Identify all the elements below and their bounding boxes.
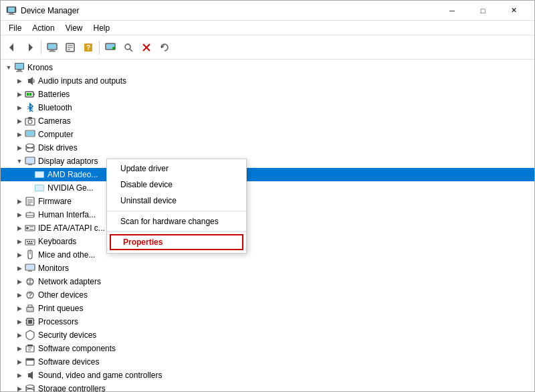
list-item[interactable]: ▶ Firmware xyxy=(1,195,534,208)
expand-ide[interactable]: ▶ xyxy=(14,221,25,235)
list-item[interactable]: ▶ Storage controllers xyxy=(1,382,534,391)
ctx-disable-device[interactable]: Disable device xyxy=(107,177,246,193)
list-item[interactable]: ▶ Print queues xyxy=(1,302,534,315)
hid-label: Human Interfa... xyxy=(38,210,96,219)
context-menu: Update driver Disable device Uninstall d… xyxy=(106,159,247,254)
list-item[interactable]: ▶ Computer xyxy=(1,128,534,141)
expand-print[interactable]: ▶ xyxy=(14,302,25,315)
ctx-uninstall-device[interactable]: Uninstall device xyxy=(107,193,246,209)
svg-rect-28 xyxy=(17,70,21,71)
expand-cameras[interactable]: ▶ xyxy=(14,114,25,128)
tree-root[interactable]: ▼ Kronos xyxy=(1,61,534,74)
ctx-properties[interactable]: Properties xyxy=(110,234,243,250)
disk-label: Disk drives xyxy=(38,143,78,153)
svg-rect-32 xyxy=(27,93,29,96)
monitor-icon xyxy=(25,263,35,274)
network-label: Network adapters xyxy=(38,277,101,286)
menu-help[interactable]: Help xyxy=(88,22,116,34)
sw-dev-icon xyxy=(25,357,35,367)
list-item[interactable]: ▶ Sound, video and game controllers xyxy=(1,369,534,382)
list-item[interactable]: ▶ IDE ATA/ATAPI c... xyxy=(1,221,534,235)
list-item[interactable]: ▶ ? Other devices xyxy=(1,288,534,302)
back-button[interactable] xyxy=(3,39,21,56)
audio-label: Audio inputs and outputs xyxy=(38,76,126,86)
close-button[interactable]: ✕ xyxy=(498,1,529,21)
audio-icon xyxy=(25,76,35,86)
list-item[interactable]: ▶ Monitors xyxy=(1,262,534,275)
expand-display[interactable]: ▼ xyxy=(14,155,25,168)
expand-sw-dev[interactable]: ▶ xyxy=(14,355,25,369)
monitor-button[interactable] xyxy=(102,39,119,56)
minimize-button[interactable]: ─ xyxy=(437,1,467,21)
expand-network[interactable]: ▶ xyxy=(14,275,25,288)
svg-rect-80 xyxy=(28,310,32,311)
menu-file[interactable]: File xyxy=(3,22,27,34)
expand-batteries[interactable]: ▶ xyxy=(14,88,25,101)
expand-disk[interactable]: ▶ xyxy=(14,141,25,155)
list-item[interactable]: ▶ Processors xyxy=(1,315,534,328)
list-item[interactable]: ▶ Audio inputs and outputs xyxy=(1,74,534,88)
refresh-button[interactable] xyxy=(156,39,173,56)
window-controls: ─ □ ✕ xyxy=(437,1,529,21)
list-item[interactable]: NVIDIA Ge... xyxy=(1,181,534,195)
expand-root[interactable]: ▼ xyxy=(3,61,14,74)
expand-firmware[interactable]: ▶ xyxy=(14,195,25,208)
ctx-scan-hardware[interactable]: Scan for hardware changes xyxy=(107,213,246,229)
svg-rect-1 xyxy=(8,7,15,12)
sound-icon xyxy=(25,370,35,381)
list-item[interactable]: ▶ Keyboards xyxy=(1,235,534,248)
list-item[interactable]: ▶ Cameras xyxy=(1,114,534,128)
help-button[interactable]: ? xyxy=(80,39,97,56)
list-item[interactable]: ▶ Software components xyxy=(1,342,534,355)
expand-computer[interactable]: ▶ xyxy=(14,128,25,141)
sw-comp-icon xyxy=(25,343,35,354)
delete-button[interactable] xyxy=(138,39,155,56)
svg-rect-73 xyxy=(28,270,32,272)
expand-mice[interactable]: ▶ xyxy=(14,248,25,262)
menu-view[interactable]: View xyxy=(60,22,88,34)
properties-button[interactable] xyxy=(62,39,79,56)
list-item[interactable]: ▶ Security devices xyxy=(1,328,534,342)
list-item[interactable]: ▶ Software devices xyxy=(1,355,534,369)
svg-rect-41 xyxy=(26,131,34,136)
expand-sound[interactable]: ▶ xyxy=(14,369,25,382)
expand-other[interactable]: ▶ xyxy=(14,288,25,302)
list-item[interactable]: ▼ Display adaptors xyxy=(1,155,534,168)
root-label: Kronos xyxy=(27,63,53,72)
expand-hid[interactable]: ▶ xyxy=(14,208,25,221)
other-label: Other devices xyxy=(38,290,88,300)
list-item[interactable]: ▶ Mice and othe... xyxy=(1,248,534,262)
title-bar: Device Manager ─ □ ✕ xyxy=(1,1,534,21)
tree-view[interactable]: ▼ Kronos ▶ xyxy=(1,60,534,391)
list-item[interactable]: ▶ Disk drives xyxy=(1,141,534,155)
scan-button[interactable] xyxy=(120,39,137,56)
list-item[interactable]: ▶ Network adapters xyxy=(1,275,534,288)
expand-monitors[interactable]: ▶ xyxy=(14,262,25,275)
svg-line-20 xyxy=(130,49,132,52)
list-item[interactable]: AMD Radeo... xyxy=(1,168,534,181)
expand-keyboards[interactable]: ▶ xyxy=(14,235,25,248)
ctx-sep-1 xyxy=(107,211,246,211)
list-item[interactable]: ▶ Human Interfa... xyxy=(1,208,534,221)
expand-storage[interactable]: ▶ xyxy=(14,382,25,391)
expand-audio[interactable]: ▶ xyxy=(14,74,25,88)
menu-action[interactable]: Action xyxy=(27,22,60,34)
ctx-update-driver[interactable]: Update driver xyxy=(107,161,246,177)
window-title: Device Manager xyxy=(21,6,437,15)
expand-processors[interactable]: ▶ xyxy=(14,315,25,328)
storage-label: Storage controllers xyxy=(38,384,106,391)
svg-point-93 xyxy=(26,385,34,389)
processors-label: Processors xyxy=(38,317,78,326)
list-item[interactable]: ▶ Bluetooth xyxy=(1,101,534,114)
nvidia-icon xyxy=(34,183,45,193)
batteries-label: Batteries xyxy=(38,90,70,99)
svg-point-19 xyxy=(125,44,130,50)
expand-sw-comp[interactable]: ▶ xyxy=(14,342,25,355)
computer-button[interactable] xyxy=(43,39,61,56)
forward-button[interactable] xyxy=(21,39,39,56)
list-item[interactable]: ▶ Batteries xyxy=(1,88,534,101)
maximize-button[interactable]: □ xyxy=(467,1,498,21)
expand-bluetooth[interactable]: ▶ xyxy=(14,101,25,114)
expand-security[interactable]: ▶ xyxy=(14,328,25,342)
svg-point-38 xyxy=(28,120,32,124)
